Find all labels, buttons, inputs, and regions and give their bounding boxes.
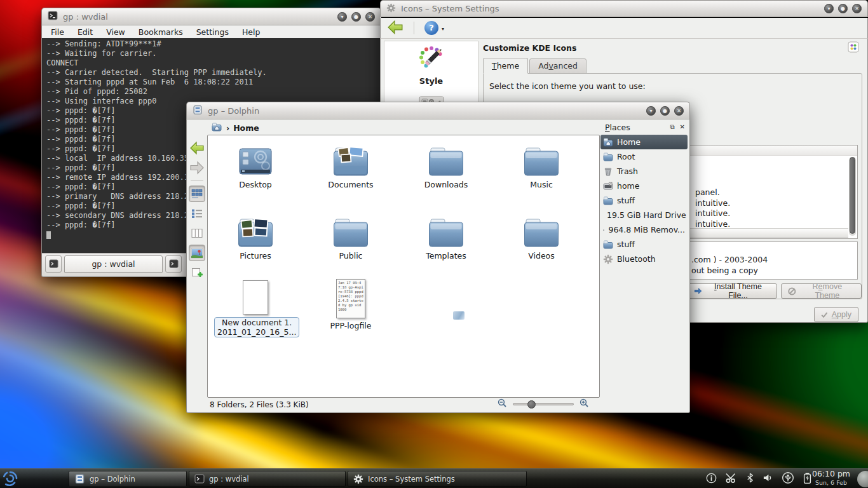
icons-view-button[interactable] xyxy=(189,186,205,202)
minimize-icon[interactable]: ▾ xyxy=(824,4,834,13)
places-item-bluetooth[interactable]: Bluetooth xyxy=(600,252,688,266)
close-icon[interactable]: ✕ xyxy=(674,106,684,116)
details-view-icon xyxy=(191,208,203,219)
bluetooth-icon[interactable] xyxy=(746,472,754,485)
gear-icon xyxy=(386,3,396,15)
select-theme-label: Select the icon theme you want to use: xyxy=(489,81,646,91)
float-panel-icon[interactable]: ⧉ xyxy=(670,123,674,131)
back-arrow-icon xyxy=(189,141,205,155)
install-arrow-icon xyxy=(694,287,702,295)
file-documents[interactable]: Documents xyxy=(309,142,392,189)
menu-edit[interactable]: Edit xyxy=(78,27,93,37)
panel-clock[interactable]: 06:10 pm Sun, 6 Feb xyxy=(808,470,854,487)
file-pictures[interactable]: Pictures xyxy=(214,213,297,261)
places-item-trash[interactable]: Trash xyxy=(600,164,688,179)
apply-button[interactable]: Apply xyxy=(814,307,858,322)
dolphin-titlebar[interactable]: gp – Dolphin ▾ ● ✕ xyxy=(186,102,690,119)
dolphin-app-icon xyxy=(74,473,85,484)
klipper-scissors-icon[interactable] xyxy=(725,472,738,485)
preview-toggle-button[interactable] xyxy=(189,245,205,261)
documents-folder-icon xyxy=(309,142,392,177)
task-dolphin[interactable]: gp – Dolphin xyxy=(69,471,187,487)
list-scrollbar[interactable] xyxy=(849,157,856,236)
folder-icon xyxy=(309,213,392,248)
install-theme-button[interactable]: Install Theme File... xyxy=(687,283,777,299)
minimize-icon[interactable]: ▾ xyxy=(646,106,656,116)
split-icon xyxy=(191,268,203,278)
places-item-removable[interactable]: 964.8 MiB Remov... xyxy=(600,222,688,237)
overview-icon[interactable] xyxy=(848,41,859,55)
file-public[interactable]: Public xyxy=(309,213,392,261)
places-item-stuff1[interactable]: stuff xyxy=(600,193,688,208)
places-item-home[interactable]: Home xyxy=(600,135,688,149)
places-item-hard-drive[interactable]: 19.5 GiB Hard Drive xyxy=(600,208,688,222)
split-view-button[interactable] xyxy=(189,264,205,281)
close-icon[interactable]: ✕ xyxy=(852,4,862,13)
remove-theme-button[interactable]: Remove Theme xyxy=(781,283,862,299)
file-videos[interactable]: Videos xyxy=(500,213,583,261)
menu-help[interactable]: Help xyxy=(242,27,261,37)
tab-list-button[interactable] xyxy=(165,255,182,273)
panel-cashew-icon[interactable] xyxy=(857,471,868,487)
menu-view[interactable]: View xyxy=(106,27,125,37)
terminal-menubar: File Edit View Bookmarks Settings Help xyxy=(41,25,381,38)
file-music[interactable]: Music xyxy=(500,142,583,189)
folder-view[interactable]: Desktop Documents Downloads xyxy=(207,135,600,398)
details-view-button[interactable] xyxy=(189,205,205,222)
dolphin-statusbar: 8 Folders, 2 Files (3.3 KiB) xyxy=(187,397,689,412)
places-item-stuff2[interactable]: stuff xyxy=(600,237,688,252)
blank-document-icon xyxy=(214,278,297,315)
check-icon xyxy=(821,311,828,318)
maximize-icon[interactable]: ● xyxy=(351,12,361,22)
tab-advanced[interactable]: Advanced xyxy=(529,58,587,74)
terminal-title: gp : wvdial xyxy=(63,12,108,22)
places-item-home-drive[interactable]: home xyxy=(600,179,688,193)
usb-device-icon[interactable] xyxy=(782,471,794,486)
help-button[interactable]: ? xyxy=(424,21,438,35)
settings-titlebar[interactable]: Icons – System Settings ▾ ● ✕ xyxy=(380,0,868,17)
places-item-root[interactable]: Root xyxy=(600,149,688,164)
menu-settings[interactable]: Settings xyxy=(196,27,229,37)
menu-bookmarks[interactable]: Bookmarks xyxy=(139,27,183,37)
tab-theme[interactable]: Theme xyxy=(483,58,528,74)
back-button[interactable] xyxy=(189,140,205,156)
forward-button[interactable] xyxy=(189,159,205,176)
menu-file[interactable]: File xyxy=(51,27,64,37)
places-panel: Places ⧉ ✕ Home Root Trash xyxy=(600,119,688,397)
settings-title: Icons – System Settings xyxy=(401,4,499,13)
info-icon[interactable] xyxy=(706,473,717,485)
zoom-out-icon[interactable] xyxy=(498,398,507,410)
zoom-slider-thumb[interactable] xyxy=(527,400,536,409)
terminal-tab[interactable]: gp : wvdial xyxy=(64,255,163,273)
maximize-icon[interactable]: ● xyxy=(838,4,848,13)
pictures-folder-icon xyxy=(214,213,297,248)
desktop: gp : wvdial ▾ ● ✕ File Edit View Bookmar… xyxy=(0,0,868,488)
trash-icon xyxy=(603,166,613,177)
close-panel-icon[interactable]: ✕ xyxy=(680,123,685,131)
columns-view-button[interactable] xyxy=(189,225,205,241)
drive-icon xyxy=(603,181,613,191)
terminal-titlebar[interactable]: gp : wvdial ▾ ● ✕ xyxy=(41,8,381,25)
file-downloads[interactable]: Downloads xyxy=(405,142,487,189)
settings-toolbar: ? xyxy=(380,18,868,39)
file-new-document[interactable]: New document 1.2011_01_20_16_5... xyxy=(214,278,297,337)
back-button[interactable] xyxy=(387,20,403,37)
remove-icon xyxy=(788,287,796,295)
folder-icon xyxy=(603,240,613,250)
file-ppp-logfile[interactable]: Jan 17 09:47:18 gp-Aspire-5738 pppd[1946… xyxy=(309,276,392,330)
new-tab-button[interactable] xyxy=(45,255,62,273)
file-desktop[interactable]: Desktop xyxy=(214,142,297,189)
launcher-button[interactable] xyxy=(2,470,18,488)
volume-icon[interactable] xyxy=(763,473,773,485)
breadcrumb-home[interactable]: Home xyxy=(233,123,259,133)
task-system-settings[interactable]: Icons – System Settings xyxy=(348,471,527,487)
maximize-icon[interactable]: ● xyxy=(660,106,670,116)
minimize-icon[interactable]: ▾ xyxy=(337,12,347,22)
close-icon[interactable]: ✕ xyxy=(365,12,375,22)
zoom-slider[interactable] xyxy=(513,403,574,405)
task-wvdial[interactable]: gp : wvdial xyxy=(189,471,346,487)
sidebar-item-style[interactable]: Style xyxy=(384,45,478,86)
zoom-in-icon[interactable] xyxy=(580,398,589,410)
home-folder-icon[interactable] xyxy=(211,122,222,134)
file-templates[interactable]: Templates xyxy=(405,213,487,261)
